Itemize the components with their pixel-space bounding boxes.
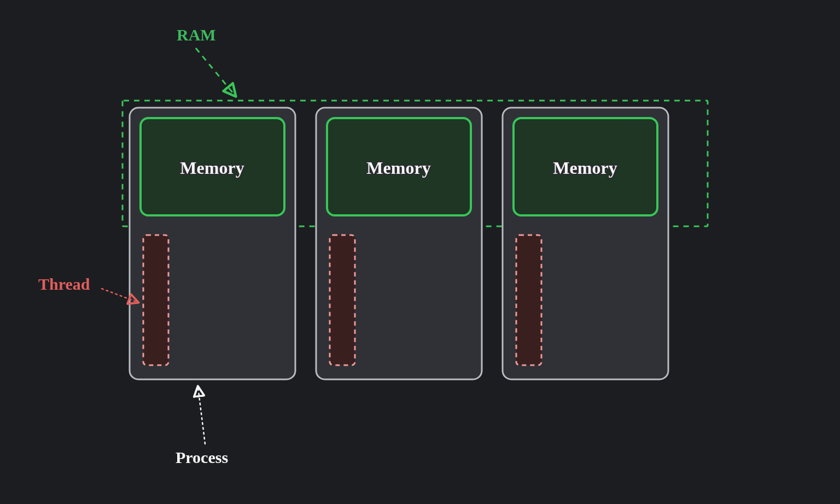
process-box: Memory — [316, 108, 482, 379]
memory-label: Memory — [553, 158, 617, 178]
process-box: Memory — [130, 108, 295, 379]
memory-label: Memory — [366, 158, 430, 178]
process-label: Process — [176, 448, 228, 466]
memory-label: Memory — [180, 158, 244, 178]
diagram: Memory Memory Memory RAM Thread Process — [0, 0, 840, 504]
thread-box — [516, 235, 541, 365]
ram-label: RAM — [177, 26, 216, 44]
thread-box — [143, 235, 168, 365]
ram-arrow — [196, 48, 235, 96]
process-arrow — [198, 387, 205, 444]
thread-box — [330, 235, 355, 365]
thread-label: Thread — [38, 275, 90, 293]
process-box: Memory — [503, 108, 668, 379]
